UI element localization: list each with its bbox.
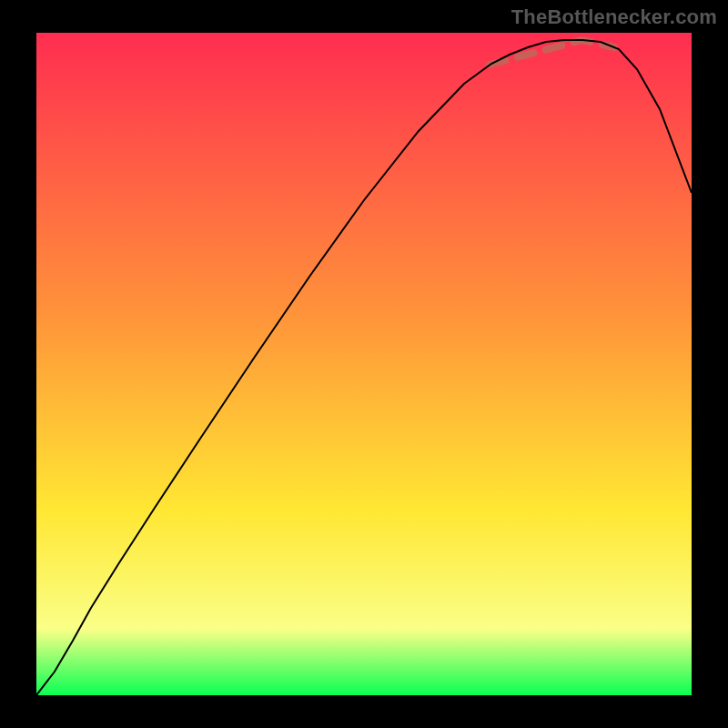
gradient-background	[36, 33, 692, 695]
watermark-text: TheBottlenecker.com	[511, 5, 717, 29]
chart-svg	[36, 33, 692, 695]
plot-area	[36, 33, 692, 695]
chart-canvas: TheBottlenecker.com	[0, 0, 728, 728]
